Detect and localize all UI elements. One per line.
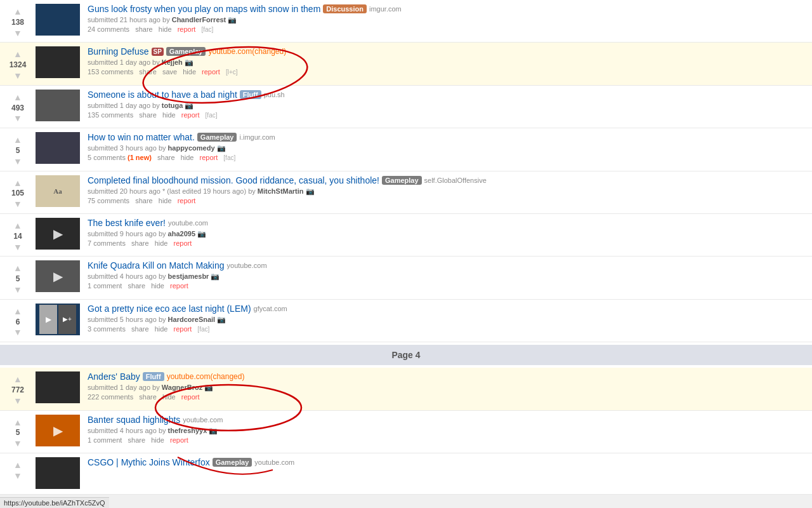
share-link[interactable]: share <box>139 68 157 76</box>
report-link[interactable]: report <box>174 239 192 247</box>
report-link[interactable]: report <box>181 393 200 401</box>
report-link[interactable]: report <box>170 436 188 444</box>
hide-link[interactable]: hide <box>159 197 172 204</box>
post-username[interactable]: HardcoreSnail <box>168 316 216 323</box>
shortcut-hint: [fac] <box>223 154 235 161</box>
report-link[interactable]: report <box>181 111 200 119</box>
report-link[interactable]: report <box>202 68 220 76</box>
downvote-button[interactable]: ▼ <box>13 327 22 338</box>
thumbnail <box>36 132 80 164</box>
upvote-button[interactable]: ▲ <box>13 417 22 428</box>
share-link[interactable]: share <box>135 197 153 204</box>
upvote-button[interactable]: ▲ <box>13 220 22 231</box>
vote-column: ▲ 493 ▼ <box>5 90 30 124</box>
hide-link[interactable]: hide <box>183 68 196 76</box>
hide-link[interactable]: hide <box>162 111 176 119</box>
post-content: CSGO | Mythic Joins Winterfox Gameplay y… <box>85 457 807 469</box>
thumbnail-image <box>36 4 80 36</box>
share-link[interactable]: share <box>128 436 146 444</box>
post-username[interactable]: Kejjeh <box>162 58 183 66</box>
post-title[interactable]: Guns look frosty when you play on maps w… <box>88 4 320 14</box>
upvote-button[interactable]: ▲ <box>13 49 22 60</box>
thumbnail <box>36 457 80 489</box>
post-title[interactable]: How to win no matter what. <box>88 132 195 142</box>
post-title[interactable]: Someone is about to have a bad night <box>88 90 237 100</box>
table-row: ▲ 772 ▼ Anders' Baby Fluff youtube.com(c… <box>0 368 812 410</box>
report-link[interactable]: report <box>174 325 192 333</box>
vote-column: ▲ 14 ▼ <box>5 218 30 252</box>
post-title[interactable]: Anders' Baby <box>88 371 140 382</box>
post-title[interactable]: Completed final bloodhound mission. Good… <box>88 175 379 185</box>
downvote-button[interactable]: ▼ <box>13 438 22 449</box>
share-link[interactable]: share <box>157 154 175 161</box>
share-link[interactable]: share <box>139 393 157 401</box>
page-separator: Page 4 <box>0 345 812 365</box>
hide-link[interactable]: hide <box>155 325 168 333</box>
report-link[interactable]: report <box>178 25 196 33</box>
post-flair: Discussion <box>323 4 367 13</box>
share-link[interactable]: share <box>139 111 157 119</box>
post-username[interactable]: totuga <box>162 102 183 109</box>
comments-count: 3 comments <box>88 325 126 333</box>
downvote-button[interactable]: ▼ <box>13 199 22 210</box>
hide-link[interactable]: hide <box>162 393 176 401</box>
post-title[interactable]: Knife Quadra Kill on Match Making <box>88 260 225 271</box>
post-title[interactable]: CSGO | Mythic Joins Winterfox <box>88 457 210 467</box>
save-link[interactable]: save <box>162 68 177 76</box>
upvote-button[interactable]: ▲ <box>13 306 22 317</box>
post-username[interactable]: MitchStMartin <box>258 187 304 195</box>
hide-link[interactable]: hide <box>181 154 194 161</box>
post-username[interactable]: WagnerBroz <box>162 384 202 391</box>
post-title[interactable]: The best knife ever! <box>88 218 166 228</box>
vote-column: ▲ 772 ▼ <box>5 371 30 406</box>
post-username[interactable]: happycomedy <box>168 144 215 152</box>
hide-link[interactable]: hide <box>155 239 168 247</box>
downvote-button[interactable]: ▼ <box>13 242 22 253</box>
upvote-button[interactable]: ▲ <box>13 374 22 385</box>
post-domain: gfycat.com <box>254 305 287 312</box>
hide-link[interactable]: hide <box>159 25 172 33</box>
upvote-button[interactable]: ▲ <box>13 135 22 145</box>
thumbnail: ▶ <box>36 260 80 292</box>
post-username[interactable]: aha2095 <box>168 230 195 237</box>
comments-count: 7 comments <box>88 239 126 247</box>
downvote-button[interactable]: ▼ <box>13 156 22 167</box>
thumbnail <box>36 46 80 78</box>
downvote-button[interactable]: ▼ <box>13 70 22 81</box>
downvote-button[interactable]: ▼ <box>13 113 22 124</box>
share-link[interactable]: share <box>131 239 149 247</box>
report-link[interactable]: report <box>200 154 218 161</box>
thumbnail-image <box>36 90 80 121</box>
upvote-button[interactable]: ▲ <box>13 460 22 471</box>
downvote-button[interactable]: ▼ <box>13 284 22 295</box>
new-comments-badge: (1 new) <box>128 154 152 161</box>
report-link[interactable]: report <box>178 197 196 204</box>
submitted-text: submitted 4 hours ago by <box>88 427 166 434</box>
post-title[interactable]: Burning Defuse <box>88 46 149 57</box>
post-username[interactable]: thefreshyyx <box>168 427 207 434</box>
share-link[interactable]: share <box>135 25 153 33</box>
upvote-button[interactable]: ▲ <box>13 6 22 17</box>
report-link[interactable]: report <box>170 282 188 290</box>
upvote-button[interactable]: ▲ <box>13 92 22 103</box>
share-link[interactable]: share <box>128 282 146 290</box>
submitted-text: submitted 1 day ago by <box>88 102 160 109</box>
submitted-text: submitted 4 hours ago by <box>88 272 166 280</box>
table-row: ▲ 6 ▼ ▶ ▶+ Got a pretty nice eco ace las… <box>0 300 812 342</box>
post-username[interactable]: ChandlerForrest <box>172 16 226 23</box>
hide-link[interactable]: hide <box>151 436 164 444</box>
share-link[interactable]: share <box>131 325 149 333</box>
hide-link[interactable]: hide <box>151 282 164 290</box>
post-title[interactable]: Got a pretty nice eco ace last night (LE… <box>88 304 251 314</box>
downvote-button[interactable]: ▼ <box>13 396 22 406</box>
downvote-button[interactable]: ▼ <box>13 471 22 481</box>
downvote-button[interactable]: ▼ <box>13 28 22 39</box>
upvote-button[interactable]: ▲ <box>13 178 22 189</box>
thumbnail-image: ▶ <box>36 260 80 292</box>
upvote-button[interactable]: ▲ <box>13 263 22 274</box>
post-flair: Gameplay <box>166 47 206 56</box>
play-icon: ▶ <box>53 423 63 438</box>
post-username[interactable]: bestjamesbr <box>168 272 209 280</box>
post-title[interactable]: Banter squad highlights <box>88 415 180 425</box>
user-icon: 📷 <box>209 427 218 434</box>
